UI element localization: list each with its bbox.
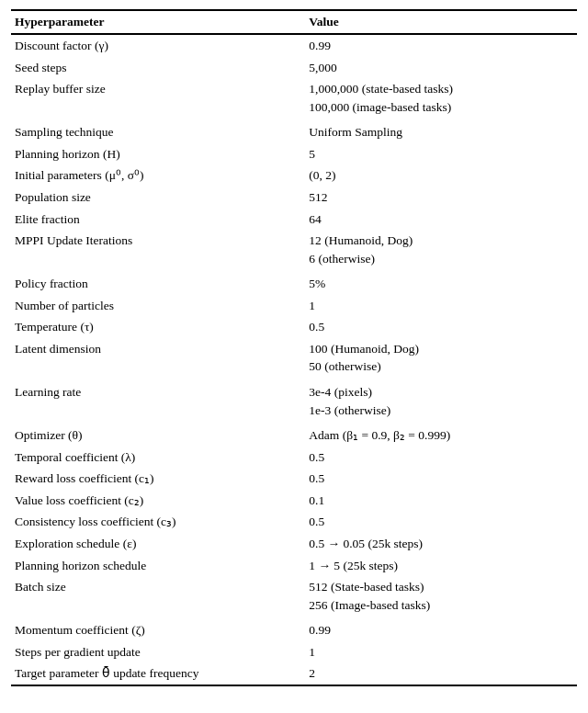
value-cell: 0.5 (305, 447, 577, 469)
value-line-2: 256 (Image-based tasks) (309, 596, 571, 615)
value-cell: 0.5 (305, 316, 577, 338)
value-cell: 0.1 (305, 490, 577, 512)
value-line-1: 1,000,000 (state-based tasks) (309, 80, 571, 98)
param-cell: Elite fraction (11, 209, 305, 231)
col-header-value: Value (305, 10, 577, 34)
param-cell: Initial parameters (μ⁰, σ⁰) (11, 164, 305, 187)
param-cell: Latent dimension (11, 338, 305, 378)
table-row: MPPI Update Iterations12 (Humanoid, Dog)… (11, 230, 577, 269)
table-row: Reward loss coefficient (c₁)0.5 (11, 468, 577, 490)
value-line-1: 12 (Humanoid, Dog) (309, 232, 571, 250)
param-cell: Batch size (11, 576, 305, 616)
table-row: Temperature (τ)0.5 (11, 316, 577, 338)
table-row: Optimizer (θ)Adam (β₁ = 0.9, β₂ = 0.999) (11, 421, 577, 447)
table-row: Batch size512 (State-based tasks)256 (Im… (11, 576, 577, 616)
value-cell: 1 → 5 (25k steps) (305, 555, 577, 577)
value-cell: 0.99 (305, 34, 577, 57)
table-row: Steps per gradient update1 (11, 641, 577, 663)
param-cell: Value loss coefficient (c₂) (11, 490, 305, 512)
value-line-1: 3e-4 (pixels) (309, 383, 571, 402)
value-line-1: 512 (State-based tasks) (309, 578, 571, 596)
param-cell: Number of particles (11, 295, 305, 317)
table-row: Consistency loss coefficient (c₃)0.5 (11, 511, 577, 533)
table-row: Target parameter θ̄ update frequency2 (11, 662, 577, 685)
value-cell: Uniform Sampling (305, 118, 577, 143)
value-line-1: 100 (Humanoid, Dog) (309, 340, 571, 358)
param-cell: Sampling technique (11, 118, 305, 143)
param-cell: Planning horizon (H) (11, 143, 305, 165)
param-cell: Target parameter θ̄ update frequency (11, 662, 305, 685)
table-row: Initial parameters (μ⁰, σ⁰)(0, 2) (11, 164, 577, 187)
param-cell: Temperature (τ) (11, 316, 305, 338)
param-cell: Replay buffer size (11, 78, 305, 118)
param-cell: MPPI Update Iterations (11, 230, 305, 269)
param-cell: Reward loss coefficient (c₁) (11, 468, 305, 490)
value-cell: 0.99 (305, 616, 577, 641)
param-cell: Seed steps (11, 57, 305, 79)
value-cell: (0, 2) (305, 164, 577, 187)
value-cell: Adam (β₁ = 0.9, β₂ = 0.999) (305, 421, 577, 447)
table-row: Planning horizon schedule1 → 5 (25k step… (11, 555, 577, 577)
param-cell: Planning horizon schedule (11, 555, 305, 577)
table-row: Temporal coefficient (λ)0.5 (11, 447, 577, 469)
table-row: Replay buffer size1,000,000 (state-based… (11, 78, 577, 118)
value-line-2: 50 (otherwise) (309, 357, 571, 376)
value-cell: 0.5 (305, 511, 577, 533)
param-cell: Exploration schedule (ε) (11, 533, 305, 555)
value-cell: 0.5 → 0.05 (25k steps) (305, 533, 577, 555)
value-cell: 0.5 (305, 468, 577, 490)
value-cell: 1 (305, 641, 577, 663)
value-cell: 5 (305, 143, 577, 165)
param-cell: Consistency loss coefficient (c₃) (11, 511, 305, 533)
param-cell: Policy fraction (11, 269, 305, 295)
value-cell: 100 (Humanoid, Dog)50 (otherwise) (305, 338, 577, 378)
param-cell: Discount factor (γ) (11, 34, 305, 57)
value-cell: 5% (305, 269, 577, 295)
value-cell: 3e-4 (pixels)1e-3 (otherwise) (305, 378, 577, 421)
table-row: Seed steps5,000 (11, 57, 577, 79)
value-line-2: 6 (otherwise) (309, 250, 571, 268)
table-row: Elite fraction64 (11, 209, 577, 231)
col-header-param: Hyperparameter (11, 10, 305, 34)
value-cell: 2 (305, 662, 577, 685)
param-cell: Steps per gradient update (11, 641, 305, 663)
table-row: Sampling techniqueUniform Sampling (11, 118, 577, 143)
value-cell: 1 (305, 295, 577, 317)
value-cell: 5,000 (305, 57, 577, 79)
param-cell: Momentum coefficient (ζ) (11, 616, 305, 641)
table-row: Population size512 (11, 187, 577, 209)
value-cell: 1,000,000 (state-based tasks)100,000 (im… (305, 78, 577, 118)
param-cell: Population size (11, 187, 305, 209)
table-row: Exploration schedule (ε)0.5 → 0.05 (25k … (11, 533, 577, 555)
value-cell: 512 (State-based tasks)256 (Image-based … (305, 576, 577, 616)
param-cell: Optimizer (θ) (11, 421, 305, 447)
table-row: Learning rate3e-4 (pixels)1e-3 (otherwis… (11, 378, 577, 421)
value-cell: 12 (Humanoid, Dog)6 (otherwise) (305, 230, 577, 269)
table-row: Momentum coefficient (ζ)0.99 (11, 616, 577, 641)
value-line-2: 1e-3 (otherwise) (309, 402, 571, 420)
table-row: Discount factor (γ)0.99 (11, 34, 577, 57)
value-cell: 64 (305, 209, 577, 231)
table-row: Latent dimension100 (Humanoid, Dog)50 (o… (11, 338, 577, 378)
value-line-2: 100,000 (image-based tasks) (309, 98, 571, 117)
table-row: Policy fraction5% (11, 269, 577, 295)
table-row: Planning horizon (H)5 (11, 143, 577, 165)
table-row: Value loss coefficient (c₂)0.1 (11, 490, 577, 512)
value-cell: 512 (305, 187, 577, 209)
hyperparameter-table: Hyperparameter Value Discount factor (γ)… (11, 9, 577, 686)
param-cell: Learning rate (11, 378, 305, 421)
table-row: Number of particles1 (11, 295, 577, 317)
param-cell: Temporal coefficient (λ) (11, 447, 305, 469)
